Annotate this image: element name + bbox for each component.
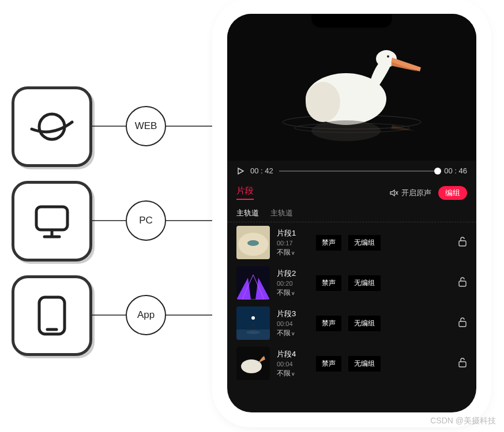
label-app: App: [126, 295, 166, 335]
group-select[interactable]: 无编组: [348, 235, 381, 251]
clip-thumbnail[interactable]: [236, 306, 270, 340]
clip-name: 片段4: [277, 349, 309, 359]
speaker-mute-icon: [390, 189, 399, 197]
clip-info: 片段2 00:20 不限v: [277, 268, 309, 298]
preview-image: [271, 30, 432, 145]
clip-info: 片段4 00:04 不限v: [277, 349, 309, 378]
svg-point-13: [311, 120, 381, 141]
monitor-icon: [32, 201, 72, 241]
clip-limit-select[interactable]: 不限v: [277, 288, 309, 298]
platform-web[interactable]: [12, 86, 92, 167]
clip-info: 片段3 00:04 不限v: [277, 309, 309, 338]
svg-rect-17: [459, 241, 466, 246]
svg-point-16: [247, 240, 259, 246]
svg-rect-1: [36, 207, 67, 230]
platform-pc[interactable]: [12, 181, 92, 262]
clip-list: 片段1 00:17 不限v 禁声 无编组 片段2 00:20 不限v 禁声: [227, 222, 476, 412]
group-select[interactable]: 无编组: [348, 356, 381, 372]
section-header: 片段 开启原声 编组: [227, 181, 476, 204]
clip-thumbnail[interactable]: [236, 226, 270, 259]
clip-name: 片段2: [277, 268, 309, 279]
platform-app[interactable]: [12, 275, 92, 356]
player-controls: 00 : 42 00 : 46: [227, 161, 476, 181]
phone-notch: [311, 14, 392, 28]
clip-duration: 00:04: [277, 361, 309, 367]
track-tab-2[interactable]: 主轨道: [270, 208, 293, 218]
clip-row[interactable]: 片段4 00:04 不限v 禁声 无编组: [227, 343, 476, 384]
track-tabs: 主轨道 主轨道: [227, 204, 476, 222]
clip-duration: 00:04: [277, 320, 309, 327]
mute-button[interactable]: 禁声: [316, 356, 341, 372]
clip-info: 片段1 00:17 不限v: [277, 228, 309, 257]
time-total: 00 : 46: [444, 166, 467, 175]
group-select[interactable]: 无编组: [348, 275, 381, 291]
open-audio-label: 开启原声: [401, 188, 431, 198]
phone-mockup: 00 : 42 00 : 46 片段 开启原声 编组 主轨道 主轨道: [219, 6, 484, 420]
mute-button[interactable]: 禁声: [316, 275, 341, 291]
clip-limit-select[interactable]: 不限v: [277, 248, 309, 257]
unlock-icon[interactable]: [458, 236, 467, 249]
section-title[interactable]: 片段: [236, 185, 254, 200]
svg-point-26: [241, 359, 262, 373]
clip-row[interactable]: 片段3 00:04 不限v 禁声 无编组: [227, 303, 476, 343]
progress-thumb[interactable]: [434, 168, 441, 175]
clip-row[interactable]: 片段2 00:20 不限v 禁声 无编组: [227, 263, 476, 303]
open-audio-toggle[interactable]: 开启原声: [390, 188, 431, 198]
time-current: 00 : 42: [250, 166, 273, 175]
unlock-icon[interactable]: [458, 317, 467, 329]
label-web: WEB: [126, 106, 166, 146]
globe-icon: [29, 109, 75, 144]
svg-point-23: [246, 331, 260, 334]
label-pc: PC: [126, 200, 166, 241]
mute-button[interactable]: 禁声: [316, 316, 341, 331]
clip-row[interactable]: 片段1 00:17 不限v 禁声 无编组: [227, 222, 476, 263]
clip-name: 片段3: [277, 309, 309, 319]
phone-screen: 00 : 42 00 : 46 片段 开启原声 编组 主轨道 主轨道: [227, 14, 476, 412]
group-select[interactable]: 无编组: [348, 316, 381, 331]
clip-thumbnail[interactable]: [236, 347, 270, 380]
clip-duration: 00:17: [277, 240, 309, 247]
clip-name: 片段1: [277, 228, 309, 238]
svg-point-22: [251, 316, 255, 320]
svg-point-10: [306, 82, 340, 122]
progress-bar[interactable]: [279, 170, 438, 172]
phone-icon: [36, 295, 68, 336]
svg-rect-24: [459, 321, 466, 327]
track-tab-1[interactable]: 主轨道: [236, 208, 259, 218]
svg-point-0: [39, 114, 65, 139]
clip-limit-select[interactable]: 不限v: [277, 369, 309, 378]
clip-duration: 00:20: [277, 280, 309, 287]
platform-list: [12, 86, 95, 370]
svg-rect-19: [459, 281, 466, 286]
svg-point-12: [387, 55, 389, 58]
unlock-icon[interactable]: [458, 357, 467, 370]
mute-button[interactable]: 禁声: [316, 235, 341, 251]
clip-thumbnail[interactable]: [236, 266, 270, 300]
video-preview[interactable]: [227, 14, 476, 161]
clip-limit-select[interactable]: 不限v: [277, 328, 309, 338]
unlock-icon[interactable]: [458, 276, 467, 289]
play-icon[interactable]: [236, 167, 245, 175]
svg-rect-27: [459, 362, 466, 367]
watermark: CSDN @美摄科技: [430, 416, 496, 426]
group-button[interactable]: 编组: [438, 186, 467, 200]
